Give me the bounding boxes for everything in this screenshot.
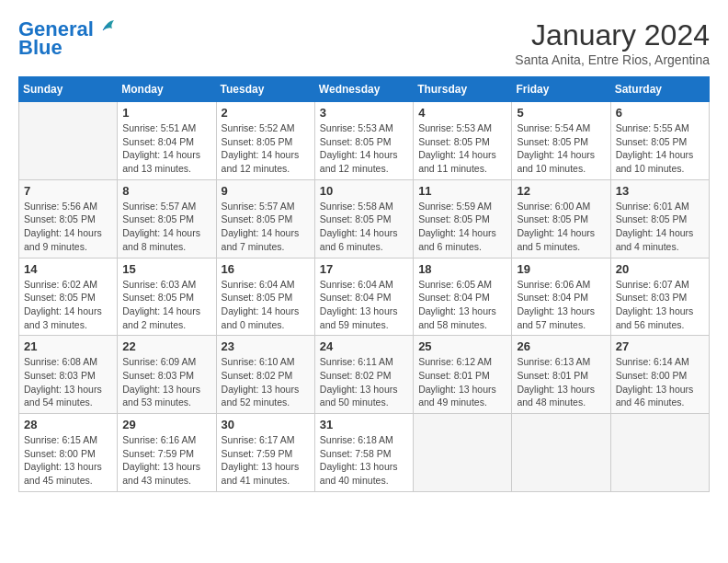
calendar-week-row: 21Sunrise: 6:08 AM Sunset: 8:03 PM Dayli… xyxy=(19,336,710,414)
page-header: General Blue January 2024 Santa Anita, E… xyxy=(18,18,710,67)
day-info: Sunrise: 6:01 AM Sunset: 8:05 PM Dayligh… xyxy=(616,200,704,254)
day-info: Sunrise: 6:18 AM Sunset: 7:58 PM Dayligh… xyxy=(320,433,408,488)
calendar-cell: 24Sunrise: 6:11 AM Sunset: 8:02 PM Dayli… xyxy=(314,336,413,414)
calendar-cell: 1Sunrise: 5:51 AM Sunset: 8:04 PM Daylig… xyxy=(118,102,216,180)
calendar-cell: 12Sunrise: 6:00 AM Sunset: 8:05 PM Dayli… xyxy=(512,179,610,258)
day-info: Sunrise: 5:59 AM Sunset: 8:05 PM Dayligh… xyxy=(418,200,506,254)
day-number: 19 xyxy=(517,262,605,276)
day-info: Sunrise: 5:52 AM Sunset: 8:05 PM Dayligh… xyxy=(222,121,310,176)
day-info: Sunrise: 6:05 AM Sunset: 8:04 PM Dayligh… xyxy=(418,278,506,332)
title-section: January 2024 Santa Anita, Entre Rios, Ar… xyxy=(515,18,710,67)
calendar-cell: 9Sunrise: 5:57 AM Sunset: 8:05 PM Daylig… xyxy=(216,179,314,258)
day-number: 21 xyxy=(24,339,112,353)
calendar-week-row: 7Sunrise: 5:56 AM Sunset: 8:05 PM Daylig… xyxy=(19,179,710,258)
calendar-cell: 30Sunrise: 6:17 AM Sunset: 7:59 PM Dayli… xyxy=(216,414,314,492)
day-number: 24 xyxy=(320,339,408,353)
calendar-cell: 4Sunrise: 5:53 AM Sunset: 8:05 PM Daylig… xyxy=(414,102,512,180)
day-number: 16 xyxy=(222,262,310,276)
day-number: 29 xyxy=(122,418,210,431)
day-number: 6 xyxy=(616,106,704,120)
day-number: 8 xyxy=(122,184,210,198)
day-number: 5 xyxy=(517,106,605,120)
day-info: Sunrise: 6:15 AM Sunset: 8:00 PM Dayligh… xyxy=(24,433,112,488)
calendar-cell: 2Sunrise: 5:52 AM Sunset: 8:05 PM Daylig… xyxy=(216,102,314,180)
day-info: Sunrise: 5:57 AM Sunset: 8:05 PM Dayligh… xyxy=(222,200,310,254)
day-info: Sunrise: 5:53 AM Sunset: 8:05 PM Dayligh… xyxy=(418,121,506,176)
calendar-cell: 6Sunrise: 5:55 AM Sunset: 8:05 PM Daylig… xyxy=(610,102,709,180)
day-info: Sunrise: 6:13 AM Sunset: 8:01 PM Dayligh… xyxy=(517,355,605,409)
calendar-week-row: 28Sunrise: 6:15 AM Sunset: 8:00 PM Dayli… xyxy=(19,414,710,492)
day-number: 17 xyxy=(320,262,408,276)
col-header-monday: Monday xyxy=(118,77,216,102)
calendar-cell: 14Sunrise: 6:02 AM Sunset: 8:05 PM Dayli… xyxy=(19,258,118,336)
day-info: Sunrise: 6:08 AM Sunset: 8:03 PM Dayligh… xyxy=(24,355,112,409)
logo: General Blue xyxy=(18,18,116,59)
day-info: Sunrise: 5:54 AM Sunset: 8:05 PM Dayligh… xyxy=(517,121,605,176)
day-info: Sunrise: 6:03 AM Sunset: 8:05 PM Dayligh… xyxy=(122,278,210,332)
calendar-cell: 17Sunrise: 6:04 AM Sunset: 8:04 PM Dayli… xyxy=(314,258,413,336)
calendar-cell: 18Sunrise: 6:05 AM Sunset: 8:04 PM Dayli… xyxy=(414,258,512,336)
calendar-cell: 25Sunrise: 6:12 AM Sunset: 8:01 PM Dayli… xyxy=(414,336,512,414)
calendar-cell: 23Sunrise: 6:10 AM Sunset: 8:02 PM Dayli… xyxy=(216,336,314,414)
calendar-cell: 31Sunrise: 6:18 AM Sunset: 7:58 PM Dayli… xyxy=(314,414,413,492)
calendar-cell: 11Sunrise: 5:59 AM Sunset: 8:05 PM Dayli… xyxy=(414,179,512,258)
calendar-cell: 19Sunrise: 6:06 AM Sunset: 8:04 PM Dayli… xyxy=(512,258,610,336)
calendar-cell: 10Sunrise: 5:58 AM Sunset: 8:05 PM Dayli… xyxy=(314,179,413,258)
col-header-saturday: Saturday xyxy=(610,77,709,102)
day-number: 9 xyxy=(222,184,310,198)
day-info: Sunrise: 6:09 AM Sunset: 8:03 PM Dayligh… xyxy=(122,355,210,409)
col-header-tuesday: Tuesday xyxy=(216,77,314,102)
calendar-header-row: SundayMondayTuesdayWednesdayThursdayFrid… xyxy=(19,77,710,102)
calendar-cell xyxy=(414,414,512,492)
day-number: 20 xyxy=(616,262,704,276)
day-info: Sunrise: 6:17 AM Sunset: 7:59 PM Dayligh… xyxy=(222,433,310,488)
day-number: 18 xyxy=(418,262,506,276)
calendar-cell: 8Sunrise: 5:57 AM Sunset: 8:05 PM Daylig… xyxy=(118,179,216,258)
calendar-cell: 26Sunrise: 6:13 AM Sunset: 8:01 PM Dayli… xyxy=(512,336,610,414)
logo-bird-icon xyxy=(96,17,116,38)
day-number: 22 xyxy=(122,339,210,353)
calendar-table: SundayMondayTuesdayWednesdayThursdayFrid… xyxy=(18,76,710,492)
day-info: Sunrise: 5:51 AM Sunset: 8:04 PM Dayligh… xyxy=(122,121,210,176)
col-header-thursday: Thursday xyxy=(414,77,512,102)
calendar-week-row: 14Sunrise: 6:02 AM Sunset: 8:05 PM Dayli… xyxy=(19,258,710,336)
month-title: January 2024 xyxy=(515,18,710,52)
day-info: Sunrise: 6:16 AM Sunset: 7:59 PM Dayligh… xyxy=(122,433,210,488)
day-number: 12 xyxy=(517,184,605,198)
day-info: Sunrise: 6:12 AM Sunset: 8:01 PM Dayligh… xyxy=(418,355,506,409)
day-info: Sunrise: 6:06 AM Sunset: 8:04 PM Dayligh… xyxy=(517,278,605,332)
calendar-cell: 29Sunrise: 6:16 AM Sunset: 7:59 PM Dayli… xyxy=(118,414,216,492)
calendar-cell: 5Sunrise: 5:54 AM Sunset: 8:05 PM Daylig… xyxy=(512,102,610,180)
calendar-cell: 27Sunrise: 6:14 AM Sunset: 8:00 PM Dayli… xyxy=(610,336,709,414)
day-number: 27 xyxy=(616,339,704,353)
day-number: 10 xyxy=(320,184,408,198)
calendar-cell: 22Sunrise: 6:09 AM Sunset: 8:03 PM Dayli… xyxy=(118,336,216,414)
day-info: Sunrise: 6:07 AM Sunset: 8:03 PM Dayligh… xyxy=(616,278,704,332)
day-info: Sunrise: 5:53 AM Sunset: 8:05 PM Dayligh… xyxy=(320,121,408,176)
day-info: Sunrise: 6:02 AM Sunset: 8:05 PM Dayligh… xyxy=(24,278,112,332)
day-number: 30 xyxy=(222,418,310,431)
calendar-cell xyxy=(512,414,610,492)
col-header-sunday: Sunday xyxy=(19,77,118,102)
day-info: Sunrise: 5:56 AM Sunset: 8:05 PM Dayligh… xyxy=(24,200,112,254)
location-subtitle: Santa Anita, Entre Rios, Argentina xyxy=(515,52,710,67)
col-header-friday: Friday xyxy=(512,77,610,102)
day-info: Sunrise: 5:57 AM Sunset: 8:05 PM Dayligh… xyxy=(122,200,210,254)
day-number: 15 xyxy=(122,262,210,276)
day-info: Sunrise: 6:00 AM Sunset: 8:05 PM Dayligh… xyxy=(517,200,605,254)
calendar-cell: 15Sunrise: 6:03 AM Sunset: 8:05 PM Dayli… xyxy=(118,258,216,336)
calendar-cell: 13Sunrise: 6:01 AM Sunset: 8:05 PM Dayli… xyxy=(610,179,709,258)
day-number: 13 xyxy=(616,184,704,198)
day-number: 11 xyxy=(418,184,506,198)
day-info: Sunrise: 6:11 AM Sunset: 8:02 PM Dayligh… xyxy=(320,355,408,409)
day-info: Sunrise: 6:14 AM Sunset: 8:00 PM Dayligh… xyxy=(616,355,704,409)
day-number: 25 xyxy=(418,339,506,353)
day-number: 26 xyxy=(517,339,605,353)
day-number: 7 xyxy=(24,184,112,198)
calendar-cell: 16Sunrise: 6:04 AM Sunset: 8:05 PM Dayli… xyxy=(216,258,314,336)
day-info: Sunrise: 5:58 AM Sunset: 8:05 PM Dayligh… xyxy=(320,200,408,254)
day-number: 28 xyxy=(24,418,112,431)
day-info: Sunrise: 6:04 AM Sunset: 8:05 PM Dayligh… xyxy=(222,278,310,332)
day-info: Sunrise: 5:55 AM Sunset: 8:05 PM Dayligh… xyxy=(616,121,704,176)
day-number: 3 xyxy=(320,106,408,120)
